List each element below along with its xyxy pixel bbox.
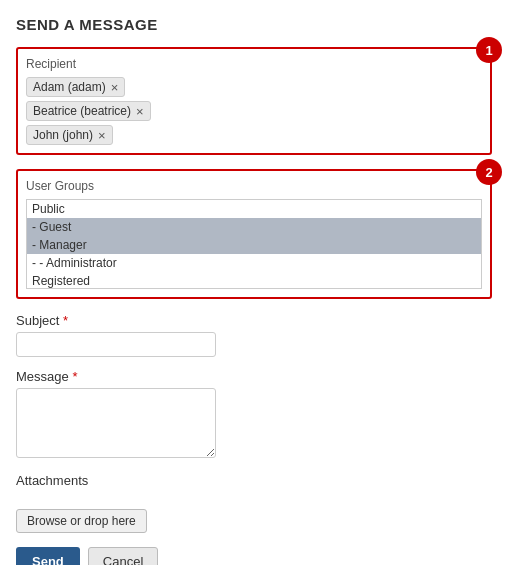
subject-input[interactable] xyxy=(16,332,216,357)
message-label: Message * xyxy=(16,369,492,384)
group-administrator[interactable]: - - Administrator xyxy=(27,254,481,272)
send-button[interactable]: Send xyxy=(16,547,80,565)
browse-button[interactable]: Browse or drop here xyxy=(16,509,147,533)
tag-john-remove[interactable]: × xyxy=(98,129,106,142)
tag-beatrice-label: Beatrice (beatrice) xyxy=(33,104,131,118)
tag-john[interactable]: John (john) × xyxy=(26,125,113,145)
recipient-tags: Adam (adam) × Beatrice (beatrice) × John… xyxy=(26,77,482,145)
user-groups-label: User Groups xyxy=(26,179,482,193)
user-groups-section: User Groups 2 Public - Guest - Manager -… xyxy=(16,169,492,299)
tag-beatrice-remove[interactable]: × xyxy=(136,105,144,118)
group-registered[interactable]: Registered xyxy=(27,272,481,289)
subject-label: Subject * xyxy=(16,313,492,328)
recipient-badge: 1 xyxy=(476,37,502,63)
cancel-button[interactable]: Cancel xyxy=(88,547,158,565)
recipient-label: Recipient xyxy=(26,57,482,71)
attachments-label: Attachments xyxy=(16,473,492,488)
page-title: SEND A MESSAGE xyxy=(16,16,492,33)
message-field: Message * xyxy=(16,369,492,461)
group-public[interactable]: Public xyxy=(27,200,481,218)
tag-adam[interactable]: Adam (adam) × xyxy=(26,77,125,97)
subject-required-star: * xyxy=(63,313,68,328)
user-groups-badge: 2 xyxy=(476,159,502,185)
recipient-section: Recipient 1 Adam (adam) × Beatrice (beat… xyxy=(16,47,492,155)
group-manager[interactable]: - Manager xyxy=(27,236,481,254)
tag-adam-label: Adam (adam) xyxy=(33,80,106,94)
user-groups-list[interactable]: Public - Guest - Manager - - Administrat… xyxy=(26,199,482,289)
message-required-star: * xyxy=(72,369,77,384)
subject-field: Subject * xyxy=(16,313,492,357)
attachments-section: Attachments Browse or drop here xyxy=(16,473,492,533)
tag-adam-remove[interactable]: × xyxy=(111,81,119,94)
tag-beatrice[interactable]: Beatrice (beatrice) × xyxy=(26,101,151,121)
action-buttons: Send Cancel xyxy=(16,547,492,565)
tag-john-label: John (john) xyxy=(33,128,93,142)
group-guest[interactable]: - Guest xyxy=(27,218,481,236)
message-input[interactable] xyxy=(16,388,216,458)
